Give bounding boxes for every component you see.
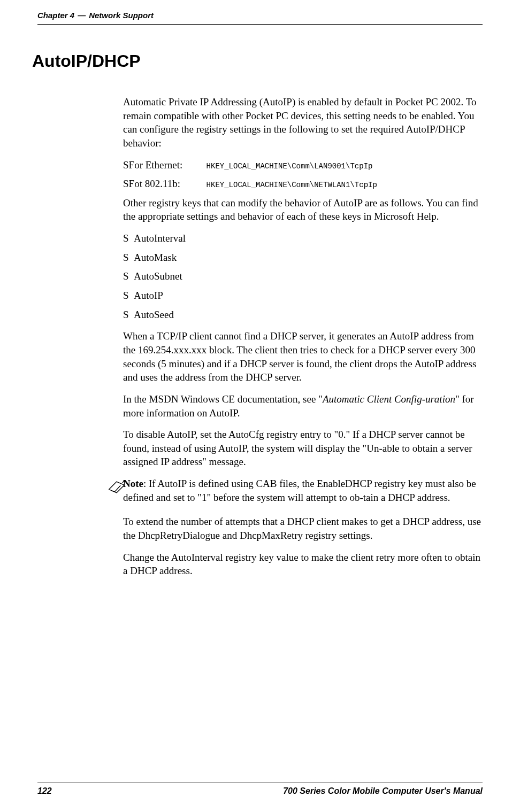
list-item-label: AutoInterval [134, 231, 186, 245]
registry-row-wifi: S Fot 802.11b: HKEY_LOCAL_MACHINE\Comm\N… [123, 177, 483, 191]
header-rule [37, 24, 483, 25]
paragraph-disable: To disable AutoIP, set the AutoCfg regis… [123, 428, 483, 469]
list-item: S AutoSubnet [123, 269, 483, 283]
bullet-icon: S [123, 269, 134, 283]
registry-key-wifi: HKEY_LOCAL_MACHINE\Comm\NETWLAN1\TcpIp [207, 180, 377, 190]
registry-keys-list: S AutoInterval S AutoMask S AutoSubnet S… [123, 231, 483, 321]
page-number: 122 [37, 786, 52, 796]
paragraph-extend: To extend the number of attempts that a … [123, 515, 483, 542]
list-item-label: AutoMask [134, 251, 177, 265]
note-label: Note [123, 478, 143, 489]
list-item: S AutoIP [123, 289, 483, 303]
note-text: Note: If AutoIP is defined using CAB fil… [123, 477, 483, 504]
page-header: Chapter 4 — Network Support [37, 11, 483, 20]
paragraph-other-keys: Other registry keys that can modify the … [123, 196, 483, 223]
paragraph-msdn-prefix: In the MSDN Windows CE documentation, se… [123, 393, 323, 405]
note-block: Note: If AutoIP is defined using CAB fil… [107, 477, 483, 504]
bullet-icon: S [123, 308, 134, 322]
paragraph-msdn: In the MSDN Windows CE documentation, se… [123, 392, 483, 420]
footer-rule [37, 783, 483, 783]
paragraph-tcpip: When a TCP/IP client cannot find a DHCP … [123, 329, 483, 384]
registry-key-ethernet: HKEY_LOCAL_MACHINE\Comm\LAN9001\TcpIp [207, 161, 373, 172]
page-footer: 122 700 Series Color Mobile Computer Use… [37, 783, 483, 796]
list-item-label: AutoIP [134, 289, 163, 303]
list-item: S AutoInterval [123, 231, 483, 245]
paragraph-intro: Automatic Private IP Addressing (AutoIP)… [123, 95, 483, 150]
bullet-icon: S [123, 177, 129, 191]
section-heading: AutoIP/DHCP [32, 51, 483, 71]
paragraph-msdn-italic: Automatic Client Config-uration [323, 393, 455, 405]
bullet-icon: S [123, 158, 129, 172]
list-item: S AutoMask [123, 251, 483, 265]
header-chapter: Chapter 4 [37, 11, 74, 20]
note-body: : If AutoIP is defined using CAB files, … [123, 478, 476, 503]
list-item: S AutoSeed [123, 308, 483, 322]
header-dash: — [78, 11, 86, 20]
bullet-icon: S [123, 289, 134, 303]
registry-label-wifi: Fot 802.11b: [129, 177, 207, 191]
bullet-icon: S [123, 251, 134, 265]
registry-row-ethernet: S For Ethernet: HKEY_LOCAL_MACHINE\Comm\… [123, 158, 483, 172]
manual-title: 700 Series Color Mobile Computer User's … [283, 786, 483, 796]
bullet-icon: S [123, 231, 134, 245]
paragraph-autointerval: Change the AutoInterval registry key val… [123, 551, 483, 578]
header-section-title: Network Support [89, 11, 154, 20]
registry-label-ethernet: For Ethernet: [129, 158, 207, 172]
list-item-label: AutoSeed [134, 308, 174, 322]
list-item-label: AutoSubnet [134, 269, 182, 283]
